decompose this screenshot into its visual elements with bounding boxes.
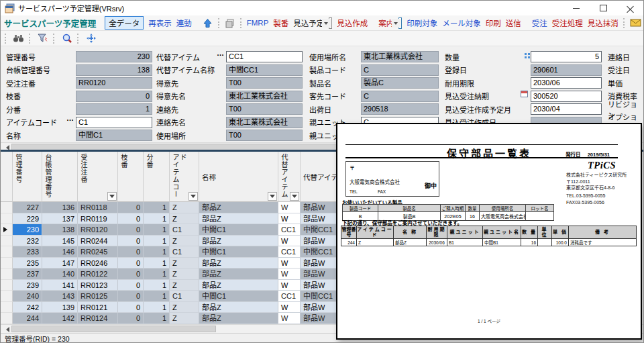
close-button[interactable] <box>616 1 643 15</box>
grid-cell[interactable]: 1 <box>144 268 170 280</box>
grid-cell[interactable]: RR0124 <box>78 313 118 324</box>
grid-cell[interactable]: 1 <box>144 313 170 324</box>
grid-cell[interactable]: W <box>278 213 301 225</box>
grid-cell[interactable]: 244 <box>13 313 42 324</box>
grid-cell[interactable]: Z <box>170 213 199 225</box>
insatsu-button[interactable]: 印刷 <box>486 17 501 28</box>
grid-cell[interactable]: 147 <box>42 258 78 269</box>
grid-cell[interactable]: 138 <box>42 224 78 236</box>
grid-cell[interactable]: Z <box>170 280 199 291</box>
maximize-button[interactable] <box>590 1 616 15</box>
grid-cell[interactable]: 0 <box>118 202 144 213</box>
grid-cell[interactable]: Z <box>170 268 199 280</box>
grid-cell[interactable]: 部品Z <box>199 213 278 225</box>
filter-icon[interactable] <box>36 32 49 45</box>
grid-cell[interactable]: C1 <box>170 246 199 258</box>
mail-taisho-button[interactable]: メール対象 <box>442 17 481 28</box>
grid-cell[interactable]: W <box>278 236 301 247</box>
grid-cell[interactable]: RR0118 <box>78 202 118 213</box>
daitai-item-field[interactable]: CC1 <box>226 51 303 62</box>
rendo-button[interactable]: 連動 <box>176 17 192 28</box>
filter-dropdown-icon[interactable] <box>107 192 117 201</box>
grid-cell[interactable]: 139 <box>42 302 78 313</box>
grid-cell[interactable]: W <box>278 313 301 324</box>
filter-dropdown-icon[interactable] <box>290 192 299 201</box>
row-selector[interactable] <box>1 268 13 280</box>
move-icon[interactable] <box>85 32 97 45</box>
row-selector[interactable] <box>1 236 13 247</box>
mikomi-juchu-sakusei-yotei-tsuki-field[interactable]: 2030/04 <box>531 103 602 115</box>
taiyo-kigen-field[interactable]: 2030/06 <box>531 77 602 89</box>
grid-cell[interactable]: 237 <box>13 268 42 280</box>
grid-cell[interactable]: 239 <box>13 280 42 291</box>
mikomi-yotei-button[interactable]: 見込予定 <box>293 17 324 28</box>
grid-cell[interactable]: 0 <box>118 236 144 247</box>
grid-cell[interactable]: 140 <box>42 268 78 280</box>
soshin-button[interactable]: 送信 <box>506 17 521 28</box>
grid-cell[interactable]: Z <box>170 236 199 247</box>
mail-icon[interactable] <box>630 17 641 30</box>
grid-cell[interactable]: 0 <box>118 291 144 302</box>
col-juchu-chuban-header[interactable]: 受注注番 <box>78 152 118 202</box>
grid-cell[interactable]: 0 <box>118 213 144 225</box>
grid-cell[interactable]: Z <box>170 313 199 324</box>
col-meisho-header[interactable]: 名称 <box>199 152 278 202</box>
mikomi-sakusei-button[interactable]: 見込作成 <box>337 17 368 28</box>
juchu-shori-button[interactable]: 受注処理 <box>552 17 583 28</box>
grid-cell[interactable]: 145 <box>42 236 78 247</box>
grid-cell[interactable]: RR0125 <box>78 291 118 302</box>
grid-cell[interactable]: 1 <box>144 291 170 302</box>
grid-cell[interactable]: 中間C1 <box>199 224 278 236</box>
grid-cell[interactable]: Z <box>170 202 199 213</box>
grid-cell[interactable]: W <box>278 268 301 280</box>
col-daicho-kanri-bango-header[interactable]: 台帳管理番号 <box>42 152 78 202</box>
grid-cell[interactable]: 0 <box>118 258 144 269</box>
grid-icon[interactable] <box>525 53 527 55</box>
chevron-down-icon[interactable] <box>392 19 400 28</box>
grid-cell[interactable]: 1 <box>144 213 170 225</box>
grid-cell[interactable]: RR0245 <box>78 246 118 258</box>
scrollbar-thumb[interactable] <box>11 326 216 332</box>
grid-cell[interactable]: 部品Z <box>199 202 278 213</box>
col-daitai-item-header[interactable]: 代替アイテム <box>278 152 301 202</box>
grid-cell[interactable]: 部品Z <box>199 258 278 269</box>
grid-cell[interactable]: 142 <box>42 313 78 324</box>
grid-cell[interactable]: W <box>278 258 301 269</box>
grid-cell[interactable]: 0 <box>118 224 144 236</box>
filter-dropdown-icon[interactable] <box>268 192 277 201</box>
grid-cell[interactable]: C1 <box>170 224 199 236</box>
grid-cell[interactable]: 部品Z <box>199 236 278 247</box>
grid-cell[interactable]: 1 <box>144 202 170 213</box>
row-selector[interactable] <box>1 302 13 313</box>
annai-combobox[interactable] <box>398 17 402 29</box>
grid-cell[interactable]: 141 <box>42 280 78 291</box>
seiban-button[interactable]: 製番 <box>273 17 288 28</box>
calendar-icon[interactable] <box>521 91 528 97</box>
ellipsis-button[interactable]: … <box>217 49 224 57</box>
grid-cell[interactable]: RR0244 <box>78 236 118 247</box>
grid-cell[interactable]: 136 <box>42 202 78 213</box>
binoculars-icon[interactable] <box>12 32 25 45</box>
grid-cell[interactable]: 1 <box>144 224 170 236</box>
chevron-down-icon[interactable] <box>322 19 331 28</box>
grid-cell[interactable]: 0 <box>118 280 144 291</box>
row-selector[interactable] <box>1 258 13 269</box>
grid-cell[interactable]: RR0246 <box>78 258 118 269</box>
insatsu-taisho-button[interactable]: 印刷対象 <box>407 17 437 28</box>
ellipsis-button[interactable]: … <box>66 114 74 122</box>
filter-dropdown-icon[interactable] <box>189 192 198 201</box>
col-item-code-header[interactable]: アイテムコード <box>170 152 199 202</box>
grid-cell[interactable]: RR0122 <box>78 268 118 280</box>
grid-cell[interactable]: 137 <box>42 213 78 225</box>
grid-cell[interactable]: RR0121 <box>78 302 118 313</box>
grid-cell[interactable]: 1 <box>144 258 170 269</box>
row-selector[interactable] <box>1 280 13 291</box>
grid-cell[interactable]: Z <box>170 302 199 313</box>
grid-cell[interactable]: 1 <box>144 302 170 313</box>
suryo-field[interactable]: 5 <box>531 51 602 62</box>
all-data-toggle[interactable]: 全データ <box>105 16 144 30</box>
grid-cell[interactable]: 0 <box>118 246 144 258</box>
col-bunban-header[interactable]: 分番 <box>144 152 170 202</box>
grid-cell[interactable]: 1 <box>144 280 170 291</box>
mikomi-massho-button[interactable]: 見込抹消 <box>588 17 619 28</box>
